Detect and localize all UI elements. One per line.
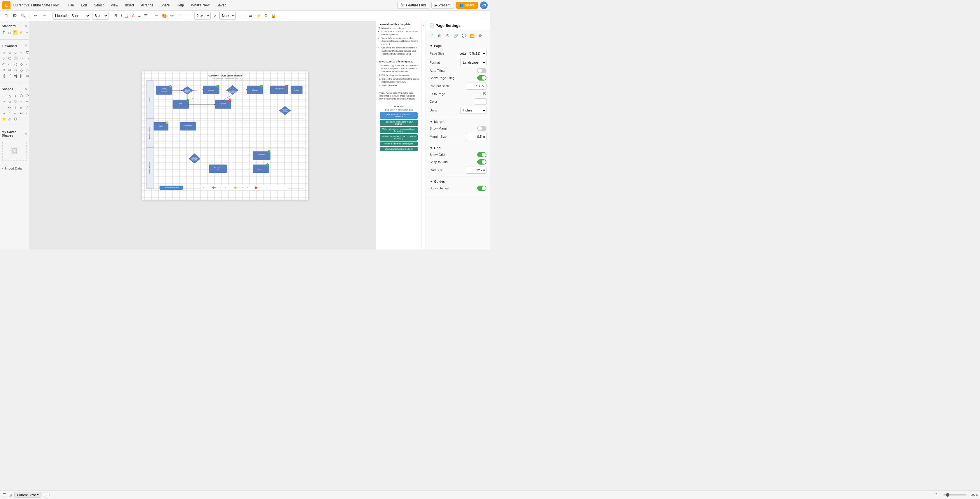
line-style-button[interactable]: — xyxy=(187,13,192,19)
saved-shapes-header[interactable]: My Saved Shapes ✕ xyxy=(1,129,28,138)
sh-star[interactable]: ⭐ xyxy=(1,116,6,122)
start-arrow-select[interactable]: None xyxy=(220,12,235,19)
sh-arr-l[interactable]: ← xyxy=(13,111,18,116)
settings-icon-7[interactable]: ⚙ xyxy=(477,32,484,39)
settings-icon-5[interactable]: 💬 xyxy=(461,32,468,39)
tutorial-btn-6[interactable]: Watch Lucidchart basic tutorial xyxy=(380,147,418,151)
fc-r2[interactable]: ▭ xyxy=(24,56,29,61)
swap-button[interactable]: ⇄ xyxy=(248,13,253,19)
saved-shapes-close-icon[interactable]: ✕ xyxy=(24,132,27,136)
canvas-area[interactable]: Current vs. Future State Flowchart Fatim… xyxy=(29,21,421,250)
import-data-button[interactable]: ↳ Import Data xyxy=(0,165,29,171)
settings-icon-6[interactable]: 🔀 xyxy=(469,32,476,39)
shapes-close-icon[interactable]: ✕ xyxy=(24,87,27,91)
tutorial-btn-1[interactable]: View the data source for this flowchart xyxy=(380,112,418,119)
italic-button[interactable]: I xyxy=(120,13,123,19)
format-select[interactable]: Landscape xyxy=(460,59,487,66)
fc-rr[interactable]: ▭ xyxy=(7,62,12,67)
shapes-panel-toggle[interactable]: ⬡ xyxy=(2,12,10,19)
tutorial-btn-5[interactable]: Watch a tutorial on using layers xyxy=(380,142,418,146)
fill-color-button[interactable]: 🎨 xyxy=(161,13,168,19)
panel-collapse-button[interactable]: » xyxy=(421,21,426,250)
fc-tri2[interactable]: ◁ xyxy=(13,62,18,67)
extras-button[interactable]: ⊕ xyxy=(177,13,182,19)
fullscreen-button[interactable]: ⛶ xyxy=(480,12,488,19)
note-shape[interactable]: ☐ xyxy=(13,30,18,35)
fc-par[interactable]: ▱ xyxy=(13,67,18,73)
tutorial-btn-2[interactable]: Read about linking data to your diagram xyxy=(380,120,418,126)
menu-share[interactable]: Share xyxy=(158,2,172,8)
sh-arr-ul[interactable]: ↙ xyxy=(19,105,24,110)
fc-sq[interactable]: ⬜ xyxy=(13,56,18,61)
shapes-section-header[interactable]: Shapes ✕ xyxy=(1,86,28,92)
fc-b3[interactable]: ={ xyxy=(13,73,18,78)
settings-icon-2[interactable]: ⊞ xyxy=(436,32,443,39)
fc-ell[interactable]: ⬭ xyxy=(1,62,6,67)
flowchart-close-icon[interactable]: ✕ xyxy=(24,44,27,48)
sh-circ2[interactable]: ○ xyxy=(24,111,29,116)
menu-arrange[interactable]: Arrange xyxy=(138,2,156,8)
undo-button[interactable]: ↩ xyxy=(32,12,39,19)
font-color-button[interactable]: A xyxy=(131,13,135,19)
fc-b2[interactable]: |{ xyxy=(7,73,12,78)
search-tool[interactable]: 🔍 xyxy=(20,12,27,19)
tutorial-btn-4[interactable]: Read more on how to use conditional form… xyxy=(380,134,418,141)
lightning-button[interactable]: ⚡ xyxy=(255,13,262,19)
fc-arrow2[interactable]: ▷ xyxy=(1,56,6,61)
settings-icon-3[interactable]: ⏱ xyxy=(444,32,451,39)
sh-rect[interactable]: □ xyxy=(1,93,6,98)
sh-arr-d[interactable]: ↓ xyxy=(1,105,6,110)
lightning-shape[interactable]: ⚡ xyxy=(18,30,23,35)
content-scale-input[interactable] xyxy=(466,83,487,89)
show-page-tiling-toggle[interactable] xyxy=(477,75,487,81)
fc-cross[interactable]: ⊕ xyxy=(1,67,6,73)
text-shape[interactable]: T xyxy=(1,30,6,35)
end-arrow-select[interactable]: → xyxy=(237,13,243,19)
sh-tri[interactable]: △ xyxy=(7,93,12,98)
color-swatch[interactable] xyxy=(475,98,487,105)
fc-diamond[interactable]: ◇ xyxy=(7,50,12,55)
app-logo[interactable]: L xyxy=(2,1,11,10)
font-size-select[interactable]: 8 pt xyxy=(92,12,108,19)
flowchart-section-header[interactable]: Flowchart ✕ xyxy=(1,43,28,49)
menu-select[interactable]: Select xyxy=(92,2,106,8)
rect-shape[interactable]: □ xyxy=(7,30,12,35)
fc-b1[interactable]: }{ xyxy=(1,73,6,78)
grid-size-input[interactable] xyxy=(466,167,487,174)
sh-arr-r[interactable]: → xyxy=(19,99,24,104)
fc-arrow-r[interactable]: → xyxy=(19,50,24,55)
sh-arr-fat[interactable]: ⇒ xyxy=(24,99,29,104)
share-button[interactable]: 👥 Share xyxy=(456,2,478,9)
fc-r1[interactable]: ▭ xyxy=(19,56,24,61)
menu-edit[interactable]: Edit xyxy=(78,2,89,8)
fc-d2[interactable]: ◇ xyxy=(19,62,24,67)
feature-find-button[interactable]: 🔭 Feature Find xyxy=(397,2,429,9)
snap-to-grid-toggle[interactable] xyxy=(477,159,487,164)
tutorial-btn-3[interactable]: Watch a tutorial on using conditional fo… xyxy=(380,127,418,133)
menu-file[interactable]: File xyxy=(66,2,76,8)
fc-tri[interactable]: ▽ xyxy=(24,50,29,55)
sh-dia[interactable]: ◇ xyxy=(7,99,12,104)
sh-pent[interactable]: ⬠ xyxy=(24,93,29,98)
arrow-shape[interactable]: ↗ xyxy=(24,30,29,35)
canvas-paper[interactable]: Current vs. Future State Flowchart Fatim… xyxy=(142,71,308,199)
settings-icon-1[interactable]: 📄 xyxy=(428,32,435,39)
fit-to-page-icon[interactable]: ⇱ xyxy=(483,92,487,96)
fc-c2[interactable]: ○ xyxy=(24,62,29,67)
sh-arr-ud[interactable]: ↕ xyxy=(13,105,18,110)
units-select[interactable]: Inches xyxy=(460,107,487,114)
standard-close-icon[interactable]: ✕ xyxy=(24,24,27,28)
shape-receive-product[interactable] xyxy=(180,122,196,131)
format-button[interactable]: Ω xyxy=(264,13,268,19)
fc-oval[interactable]: ⬭ xyxy=(13,50,18,55)
fc-arr3[interactable]: ▷ xyxy=(24,67,29,73)
page-size-select[interactable]: Letter (8.5x11) xyxy=(457,50,487,57)
align-center-button[interactable]: ☰ xyxy=(143,13,149,19)
settings-icon-4[interactable]: 🔗 xyxy=(452,32,460,39)
lock-button[interactable]: 🔒 xyxy=(270,13,277,19)
fc-d3[interactable]: ◇ xyxy=(19,67,24,73)
sh-curve[interactable]: ↩ xyxy=(19,111,24,116)
show-grid-toggle[interactable] xyxy=(477,152,487,157)
auto-tiling-toggle[interactable] xyxy=(477,68,487,73)
fc-r3[interactable]: ▭ xyxy=(24,73,29,78)
